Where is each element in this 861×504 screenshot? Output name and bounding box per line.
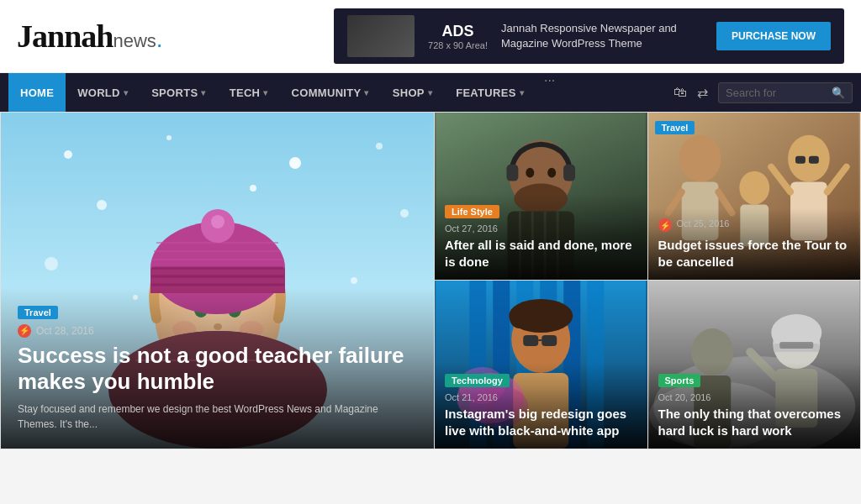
nav-tech-label: TECH	[230, 87, 261, 99]
nav-sports-label: SPORTS	[151, 87, 198, 99]
nav-item-features[interactable]: FEATURES ▾	[444, 73, 536, 112]
grid-title-tech: Instagram's big redesign goes live with …	[445, 406, 637, 438]
grid-date-tech: Oct 21, 2016	[445, 392, 637, 402]
svg-point-1	[64, 150, 72, 159]
ad-thumbnail	[347, 15, 415, 57]
travel-badge-wrap: Travel	[655, 119, 695, 139]
featured-title: Success is not a good teacher failure ma…	[18, 343, 417, 395]
lightning-icon-travel: ⚡	[658, 218, 672, 232]
featured-badge: Travel	[18, 304, 417, 324]
svg-point-6	[250, 185, 256, 192]
nav-features-label: FEATURES	[456, 87, 516, 99]
grid-title-travel: Budget issues force the Tour to be cance…	[658, 237, 851, 270]
nav-items-list: HOME WORLD ▾ SPORTS ▾ TECH ▾ COMMUNITY ▾…	[8, 73, 673, 112]
nav-right-controls: 🛍 ⇄ 🔍	[673, 82, 853, 103]
nav-item-tech[interactable]: TECH ▾	[218, 73, 280, 112]
svg-point-30	[211, 215, 224, 228]
featured-article[interactable]: Travel ⚡ Oct 28, 2016 Success is not a g…	[1, 113, 434, 449]
travel-date-wrap: ⚡ Oct 25, 2016	[658, 218, 851, 232]
main-navbar: HOME WORLD ▾ SPORTS ▾ TECH ▾ COMMUNITY ▾…	[0, 73, 861, 112]
svg-point-72	[551, 307, 569, 325]
grid-title-lifestyle: After all is said and done, more is done	[445, 237, 637, 270]
chevron-down-icon: ▾	[364, 88, 368, 97]
site-logo[interactable]: Jannahnews.	[17, 18, 163, 55]
nav-item-world[interactable]: WORLD ▾	[66, 73, 140, 112]
svg-rect-73	[523, 335, 538, 346]
svg-point-9	[351, 277, 357, 284]
chevron-down-icon: ▾	[263, 88, 267, 97]
lifestyle-badge: Life Style	[445, 205, 499, 218]
nav-item-community[interactable]: COMMUNITY ▾	[280, 73, 381, 112]
svg-point-54	[739, 171, 769, 205]
nav-shop-label: SHOP	[393, 87, 425, 99]
ad-area-label: ADS 728 x 90 Area!	[428, 23, 488, 50]
chevron-down-icon: ▾	[124, 88, 128, 97]
svg-rect-74	[541, 335, 557, 346]
grid-item-technology[interactable]: Technology Oct 21, 2016 Instagram's big …	[434, 281, 647, 449]
lifestyle-badge-wrap: Life Style	[445, 203, 637, 223]
chevron-down-icon: ▾	[428, 88, 432, 97]
svg-point-7	[400, 209, 409, 218]
svg-point-2	[166, 135, 172, 140]
featured-excerpt: Stay focused and remember we design the …	[18, 402, 417, 432]
purchase-now-button[interactable]: PURCHASE NOW	[716, 22, 831, 50]
site-header: Jannahnews. ADS 728 x 90 Area! Jannah Re…	[0, 0, 861, 73]
nav-item-shop[interactable]: SHOP ▾	[381, 73, 444, 112]
sports-badge-wrap: Sports	[658, 372, 851, 392]
tech-badge: Technology	[445, 374, 510, 387]
tech-badge-wrap: Technology	[445, 372, 637, 392]
grid-item-sports[interactable]: Sports Oct 20, 2016 The only thing that …	[647, 281, 861, 449]
nav-item-sports[interactable]: SPORTS ▾	[140, 73, 218, 112]
svg-point-5	[97, 200, 107, 210]
logo-dot: .	[156, 26, 163, 53]
featured-image: Travel ⚡ Oct 28, 2016 Success is not a g…	[1, 113, 434, 449]
travel-badge: Travel	[18, 306, 58, 319]
svg-point-3	[289, 157, 301, 169]
chevron-down-icon: ▾	[201, 88, 205, 97]
featured-overlay: Travel ⚡ Oct 28, 2016 Success is not a g…	[1, 287, 434, 449]
svg-point-47	[788, 135, 830, 182]
svg-rect-86	[779, 342, 813, 349]
nav-community-label: COMMUNITY	[292, 87, 362, 99]
grid-date-sports: Oct 20, 2016	[658, 392, 851, 402]
logo-suffix: news	[113, 30, 156, 52]
featured-date: ⚡ Oct 28, 2016	[18, 324, 417, 338]
grid-item-travel[interactable]: ⚡ Oct 25, 2016 Budget issues force the T…	[647, 113, 861, 281]
nav-item-home[interactable]: HOME	[8, 73, 66, 112]
more-items-button[interactable]: ···	[536, 73, 563, 112]
nav-world-label: WORLD	[77, 87, 120, 99]
grid-date-lifestyle: Oct 27, 2016	[445, 223, 637, 234]
grid-item-lifestyle[interactable]: Life Style Oct 27, 2016 After all is sai…	[434, 113, 647, 281]
grid-overlay-sports: Sports Oct 20, 2016 The only thing that …	[648, 362, 861, 449]
travel-badge-2: Travel	[655, 121, 695, 134]
sports-badge: Sports	[658, 374, 701, 387]
grid-overlay-lifestyle: Life Style Oct 27, 2016 After all is sai…	[435, 193, 647, 280]
ad-size-label: 728 x 90 Area!	[428, 40, 488, 50]
svg-rect-39	[506, 165, 518, 181]
bag-icon[interactable]: 🛍	[673, 85, 687, 100]
ads-label: ADS	[428, 23, 488, 40]
content-grid: Travel ⚡ Oct 28, 2016 Success is not a g…	[0, 112, 861, 449]
svg-rect-40	[563, 165, 575, 181]
right-grid: Life Style Oct 27, 2016 After all is sai…	[434, 113, 860, 449]
lightning-icon: ⚡	[18, 324, 31, 338]
ad-description: Jannah Responsive Newspaper and Magazine…	[501, 21, 703, 51]
grid-title-sports: The only thing that overcomes hard luck …	[658, 406, 851, 438]
svg-point-8	[45, 257, 58, 270]
ad-banner: ADS 728 x 90 Area! Jannah Responsive New…	[334, 8, 844, 64]
svg-rect-51	[795, 156, 806, 164]
svg-point-56	[679, 135, 721, 182]
grid-overlay-tech: Technology Oct 21, 2016 Instagram's big …	[435, 362, 647, 449]
svg-point-4	[376, 143, 383, 150]
search-box[interactable]: 🔍	[718, 82, 853, 103]
chevron-down-icon: ▾	[520, 88, 524, 97]
grid-overlay-travel: ⚡ Oct 25, 2016 Budget issues force the T…	[648, 208, 861, 280]
svg-rect-52	[808, 156, 818, 164]
shuffle-icon[interactable]: ⇄	[697, 85, 708, 101]
search-input[interactable]	[726, 87, 827, 99]
svg-point-38	[547, 168, 556, 178]
search-icon[interactable]: 🔍	[832, 87, 845, 99]
svg-point-37	[526, 168, 534, 178]
logo-brand: Jannah	[17, 18, 113, 55]
nav-home-label: HOME	[20, 87, 54, 99]
